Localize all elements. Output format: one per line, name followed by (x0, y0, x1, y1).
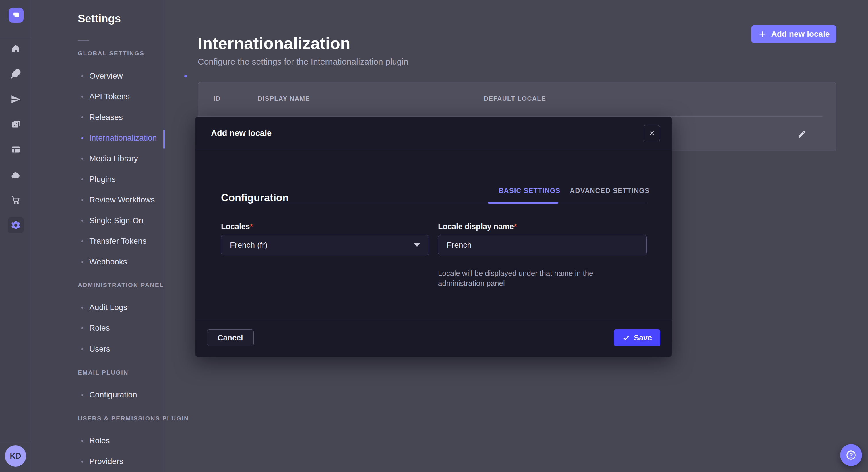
required-asterisk: * (514, 222, 517, 231)
locales-select[interactable]: French (fr) (221, 235, 429, 256)
column-header-id: ID (214, 95, 221, 102)
configuration-heading: Configuration (221, 192, 289, 204)
active-item-indicator (163, 130, 165, 148)
user-avatar[interactable]: KD (5, 445, 26, 467)
sidebar-item-review-workflows[interactable]: Review Workflows (32, 195, 165, 205)
edit-locale-button[interactable] (795, 127, 809, 141)
help-button[interactable] (840, 444, 862, 466)
page-subtitle: Configure the settings for the Internati… (198, 57, 408, 67)
page-title: Internationalization (198, 34, 350, 53)
section-users-permissions-plugin: USERS & PERMISSIONS PLUGIN (78, 415, 189, 423)
check-icon (622, 334, 630, 341)
section-email-plugin: EMAIL PLUGIN (78, 369, 129, 376)
section-global-settings: GLOBAL SETTINGS (78, 50, 144, 57)
bullet-icon (81, 461, 83, 463)
modal-header: Add new locale (195, 117, 672, 149)
section-administration-panel: ADMINISTRATION PANEL (78, 281, 164, 289)
bullet-icon (81, 158, 83, 160)
sidebar-item-admin-roles[interactable]: Roles (32, 323, 165, 333)
bullet-icon (81, 261, 83, 263)
strapi-logo[interactable] (9, 8, 24, 23)
sidebar-item-api-tokens[interactable]: API Tokens (32, 92, 165, 102)
layout-icon[interactable] (8, 141, 24, 158)
bullet-icon (81, 96, 83, 98)
sidebar-item-up-roles[interactable]: Roles (32, 436, 165, 446)
sidebar-title: Settings (78, 12, 121, 25)
locales-label: Locales* (221, 222, 253, 231)
bullet-icon (81, 327, 83, 329)
close-icon (648, 130, 655, 137)
plus-icon (758, 30, 767, 38)
cancel-button[interactable]: Cancel (207, 330, 254, 346)
icon-rail: KD (0, 0, 32, 472)
bullet-icon (81, 220, 83, 222)
sidebar-item-admin-users[interactable]: Users (32, 344, 165, 354)
close-modal-button[interactable] (644, 125, 660, 141)
save-button[interactable]: Save (614, 330, 660, 346)
tab-advanced-settings[interactable]: ADVANCED SETTINGS (568, 187, 651, 195)
bullet-icon (81, 307, 83, 308)
strapi-logo-icon (11, 10, 21, 20)
bullet-icon (81, 116, 83, 119)
locales-select-value: French (fr) (230, 241, 268, 250)
sidebar-item-internationalization[interactable]: Internationalization (32, 133, 165, 143)
title-divider (78, 40, 89, 41)
feather-icon[interactable] (8, 66, 24, 82)
sidebar-item-email-configuration[interactable]: Configuration (32, 390, 165, 400)
tab-basic-settings[interactable]: BASIC SETTINGS (497, 187, 562, 195)
bullet-icon (81, 178, 83, 180)
modal-footer: Cancel Save (195, 320, 672, 357)
notification-dot-icon (184, 75, 187, 77)
paper-plane-icon[interactable] (8, 92, 24, 107)
column-header-display-name: DISPLAY NAME (258, 95, 310, 102)
bullet-icon (81, 75, 83, 77)
sidebar-item-single-sign-on[interactable]: Single Sign-On (32, 215, 165, 226)
required-asterisk: * (250, 222, 253, 231)
sidebar-item-overview[interactable]: Overview (32, 71, 165, 81)
column-header-default-locale: DEFAULT LOCALE (484, 95, 546, 102)
sidebar-item-transfer-tokens[interactable]: Transfer Tokens (32, 236, 165, 246)
chevron-down-icon (414, 243, 420, 247)
app-window: KD Settings GLOBAL SETTINGS Overview API… (0, 0, 868, 472)
cloud-icon[interactable] (8, 167, 24, 183)
settings-sidebar: Settings GLOBAL SETTINGS Overview API To… (32, 0, 165, 472)
tab-divider (221, 203, 646, 203)
active-tab-underline (488, 202, 558, 204)
sidebar-item-audit-logs[interactable]: Audit Logs (32, 302, 165, 312)
bullet-icon (81, 199, 83, 201)
question-mark-icon (845, 449, 857, 461)
settings-gear-icon[interactable] (8, 217, 24, 233)
cart-icon[interactable] (8, 192, 24, 208)
home-icon[interactable] (8, 41, 24, 57)
pencil-icon (797, 130, 807, 139)
add-new-locale-button[interactable]: Add new locale (751, 25, 836, 43)
bullet-icon (81, 240, 83, 242)
sidebar-item-media-library[interactable]: Media Library (32, 154, 165, 164)
rail-divider-bottom (0, 441, 32, 441)
bullet-icon (81, 394, 83, 396)
add-locale-modal: Add new locale Configuration BASIC SETTI… (195, 117, 672, 357)
bullet-icon (81, 348, 83, 350)
bullet-icon (81, 137, 83, 139)
media-library-icon[interactable] (8, 116, 24, 133)
display-name-label: Locale display name* (438, 222, 517, 231)
bullet-icon (81, 440, 83, 442)
display-name-input[interactable] (438, 235, 647, 256)
sidebar-item-releases[interactable]: Releases (32, 112, 165, 123)
sidebar-item-up-providers[interactable]: Providers (32, 456, 165, 467)
sidebar-item-plugins[interactable]: Plugins (32, 174, 165, 184)
rail-divider-top (0, 37, 32, 37)
sidebar-item-webhooks[interactable]: Webhooks (32, 257, 165, 267)
display-name-hint: Locale will be displayed under that name… (438, 268, 630, 289)
modal-title: Add new locale (211, 128, 272, 138)
